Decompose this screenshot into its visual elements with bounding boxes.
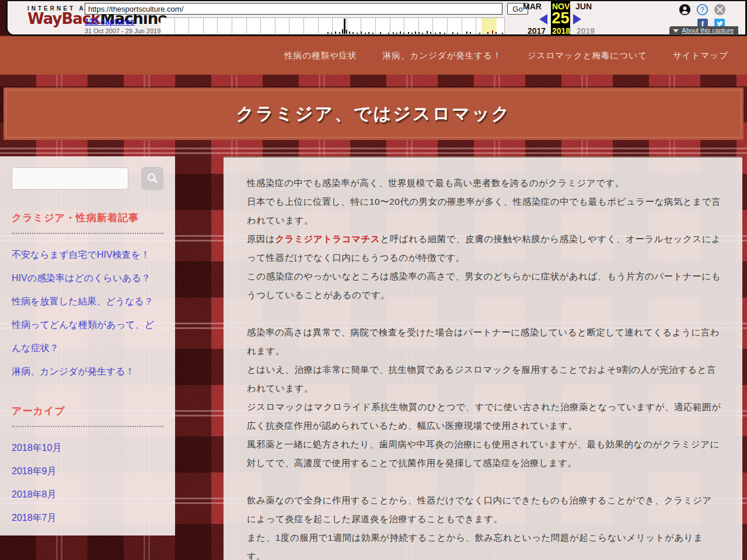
sidebar-article-link[interactable]: HIVの感染率はどのくらいある？ [12,267,163,290]
capture-date-navigator: MAR NOV JUN 25 2017 2018 2019 [523,1,605,34]
archive-month-link[interactable]: 2018年10月 [12,436,163,460]
archive-month-link[interactable]: 2018年9月 [12,460,163,483]
sidebar-article-link[interactable]: 性病ってどんな種類があって、どんな症状？ [12,313,163,360]
capture-bar[interactable] [479,33,480,34]
capture-bar[interactable] [452,32,453,34]
capture-bar[interactable] [400,32,401,34]
text-segment: 原因は [247,234,275,244]
capture-bar[interactable] [352,32,354,34]
capture-bar[interactable] [361,32,362,34]
sidebar-article-link[interactable]: 性病を放置した結果、どうなる？ [12,290,163,313]
capture-bar[interactable] [380,32,381,34]
capture-bar[interactable] [466,32,467,34]
nav-item[interactable]: 性病の種類や症状 [284,50,357,61]
capture-bar[interactable] [342,29,343,34]
search-icon [146,172,159,184]
capture-bar[interactable] [403,33,404,34]
capture-bar[interactable] [430,32,431,34]
capture-bar[interactable] [365,33,366,34]
nav-item[interactable]: サイトマップ [673,50,728,61]
about-this-capture-button[interactable]: About this capture [669,26,738,35]
captures-link[interactable]: 122 captures [85,17,135,26]
capture-bar[interactable] [393,32,394,34]
sentence: 原因はクラミジアトラコマチスと呼ばれる細菌で、皮膚の接触や粘膜から感染しやすく、… [247,230,721,267]
capture-bar[interactable] [457,33,458,34]
sidebar-article-link[interactable]: 淋病、カンジダが発生する！ [12,360,163,383]
capture-bar[interactable] [502,33,503,34]
url-input[interactable] [85,3,502,15]
dotted-divider [12,233,163,234]
article-main: 性感染症の中でも感染率が高く、世界規模で最も高い患者数を誇るのがクラミジアです。… [224,156,742,560]
next-year-link[interactable]: 2019 [577,26,595,36]
sentence: 風邪薬と一緒に処方されたり、歯周病や中耳炎の治療にも使用されていますが、最も効果… [247,435,721,473]
help-icon[interactable]: ? [696,4,708,16]
capture-bar[interactable] [349,32,350,34]
paragraph: 飲み薬なので全身に作用することから、性器だけでなく口内にできたものも治療すること… [247,491,721,560]
text-segment: 日本でも上位に位置し、特に10〜20代の男女の罹患率が多く、性感染症の中でも最も… [247,197,721,225]
capture-bar[interactable] [411,33,413,34]
capture-day: 25 [551,9,570,27]
capture-bar[interactable] [396,33,397,34]
next-month-label: JUN [575,2,592,11]
sentence: 日本でも上位に位置し、特に10〜20代の男女の罹患率が多く、性感染症の中でも最も… [247,192,721,230]
capture-bar[interactable] [495,32,497,34]
capture-bar[interactable] [339,32,340,34]
text-segment: この感染症のやっかいなところは感染率の高さで、男女のどちらかに症状があれば、もう… [247,271,721,300]
capture-bar[interactable] [408,32,409,34]
article-body: 性感染症の中でも感染率が高く、世界規模で最も高い患者数を誇るのがクラミジアです。… [247,174,721,560]
capture-bar[interactable] [487,32,488,34]
captures-range: 31 Oct 2007 - 29 Jun 2019 [85,27,160,34]
nav-item[interactable]: 淋病、カンジダが発生する！ [383,50,502,61]
account-icon[interactable] [679,4,691,16]
capture-bar[interactable] [470,32,471,34]
archive-heading: アーカイブ [12,404,163,418]
capture-bar[interactable] [418,32,420,34]
paragraph: 感染率の高さは異常で、病院で検査を受けた場合はパートナーに感染していると断定して… [247,323,721,473]
next-capture-arrow-icon[interactable] [573,14,581,24]
capture-bar[interactable] [444,33,445,34]
site-banner: クラミジア、ではジスロマック [4,88,743,140]
timeline-current-capture-marker [492,30,493,34]
text-segment: 感染率の高さは異常で、病院で検査を受けた場合はパートナーに感染していると断定して… [247,327,720,356]
search-button[interactable] [141,167,163,190]
sentence: ジスロマックはマクロライド系抗生物質のひとつで、すでに使い古された治療薬となって… [247,398,721,435]
main-nav: 性病の種類や症状淋病、カンジダが発生する！ジスロマックと梅毒についてサイトマップ [0,36,747,75]
recent-links: 不安ならまず自宅でHIV検査を！HIVの感染率はどのくらいある？性病を放置した結… [12,243,163,383]
capture-bar[interactable] [346,30,347,34]
previous-capture-arrow-icon[interactable] [539,14,547,24]
text-segment: 飲み薬なので全身に作用することから、性器だけでなく口内にできたものも治療すること… [247,495,712,524]
capture-bar[interactable] [422,33,423,34]
capture-bar[interactable] [439,32,441,34]
capture-bar[interactable] [368,32,369,34]
capture-bar[interactable] [372,33,374,34]
capture-bar[interactable] [331,33,332,34]
prev-year-link[interactable]: 2017 [528,26,546,36]
recent-articles-heading: クラミジア・性病新着記事 [12,211,163,225]
capture-timeline[interactable] [160,18,505,34]
capture-bar[interactable] [427,31,428,34]
capture-bar[interactable] [335,32,336,34]
sentence: また、1度の服用で1週間は効果が持続することから、飲み忘れといった問題が起こらな… [247,528,721,560]
timeline-current-year-highlight [481,18,497,34]
text-segment: また、1度の服用で1週間は効果が持続することから、飲み忘れといった問題が起こらな… [247,533,703,560]
archive-month-link[interactable]: 2018年7月 [12,506,163,530]
capture-bar[interactable] [415,32,416,34]
sidebar-article-link[interactable]: 不安ならまず自宅でHIV検査を！ [12,243,163,267]
close-icon[interactable] [714,4,726,16]
nav-item[interactable]: ジスロマックと梅毒について [528,50,647,61]
paragraph: 性感染症の中でも感染率が高く、世界規模で最も高い患者数を誇るのがクラミジアです。… [247,174,721,304]
inline-keyword-link[interactable]: クラミジアトラコマチス [275,234,380,244]
capture-bar[interactable] [357,33,358,34]
sentence: とはいえ、治療は非常に簡単で、抗生物質であるジスロマックを服用することでおよそ9… [247,360,721,398]
sidebar: クラミジア・性病新着記事 不安ならまず自宅でHIV検査を！HIVの感染率はどのく… [0,156,175,536]
capture-bar[interactable] [388,33,389,34]
banner-border: クラミジア、ではジスロマック [6,90,741,138]
archive-month-link[interactable]: 2018年8月 [12,483,163,506]
sentence: 感染率の高さは異常で、病院で検査を受けた場合はパートナーに感染していると断定して… [247,323,721,360]
capture-bar[interactable] [327,32,329,34]
capture-bar[interactable] [435,33,436,34]
text-segment: 風邪薬と一緒に処方されたり、歯周病や中耳炎の治療にも使用されていますが、最も効果… [247,439,720,468]
capture-bar[interactable] [344,19,345,34]
recent-articles-block: クラミジア・性病新着記事 不安ならまず自宅でHIV検査を！HIVの感染率はどのく… [12,211,163,383]
search-input[interactable] [12,167,128,190]
